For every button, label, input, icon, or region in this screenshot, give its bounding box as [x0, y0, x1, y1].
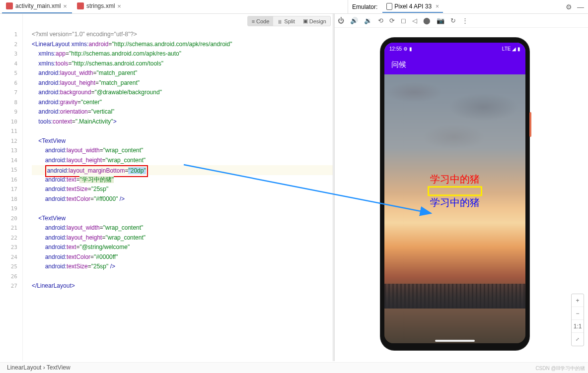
gutter: 1 2 3 4 5 6 7 8 9 10 11 12 13 14 15 16 1… — [0, 14, 23, 361]
more-icon[interactable]: ⋮ — [462, 17, 468, 24]
android-statusbar: 12:55 ⚙ ▮ LTE ◢ ▮ — [384, 43, 525, 55]
code-editor[interactable]: <?xml version="1.0" encoding="utf-8"?> <… — [23, 14, 333, 361]
emulator-pane: ⏻ 🔊 🔉 ⟲ ⟳ ◻ ◁ ⬤ 📷 ↻ ⋮ 12:55 ⚙ ▮ LTE ◢ ▮ — [335, 14, 588, 361]
textview-red: 学习中的猪 — [428, 173, 482, 186]
top-row: activity_main.xml × strings.xml × Emulat… — [0, 0, 588, 14]
watermark: CSDN @III学习中的猪 — [535, 365, 585, 372]
xml-file-icon — [6, 2, 13, 9]
viewmode-split[interactable]: ⫼ Split — [273, 16, 298, 26]
xml-file-icon — [77, 2, 84, 9]
device-screen[interactable]: 12:55 ⚙ ▮ LTE ◢ ▮ 问候 学习中的猪 学习中的猪 — [384, 43, 525, 343]
device-frame: 12:55 ⚙ ▮ LTE ◢ ▮ 问候 学习中的猪 学习中的猪 — [380, 38, 529, 350]
zoom-out-button[interactable]: − — [572, 307, 584, 320]
zoom-in-button[interactable]: + — [572, 294, 584, 307]
zoom-controls: + − 1:1 ⤢ — [571, 294, 584, 346]
window-controls: ⚙ — — [566, 3, 584, 11]
gear-icon[interactable]: ⚙ — [566, 3, 572, 11]
zoom-fit-button[interactable]: ⤢ — [572, 333, 584, 346]
power-icon[interactable]: ⏻ — [338, 17, 344, 24]
tab-strings[interactable]: strings.xml × — [73, 0, 126, 13]
home-icon[interactable]: ⬤ — [423, 17, 431, 24]
volume-up-icon[interactable]: 🔊 — [350, 17, 358, 24]
gesture-bar — [435, 340, 475, 342]
minimize-icon[interactable]: — — [577, 3, 584, 11]
viewmode-design[interactable]: ▣ Design — [299, 16, 330, 26]
close-icon[interactable]: × — [63, 2, 67, 10]
volume-down-icon[interactable]: 🔉 — [364, 17, 372, 24]
snapshot-icon[interactable]: ↻ — [450, 17, 456, 24]
emulator-device-name: Pixel 4 API 33 — [394, 3, 432, 10]
textview-blue: 学习中的猪 — [428, 196, 482, 209]
close-icon[interactable]: × — [434, 3, 439, 10]
view-mode-toggle: ≡ Code ⫼ Split ▣ Design — [247, 16, 331, 26]
rotate-left-icon[interactable]: ⟲ — [378, 17, 383, 24]
tab-activity-main[interactable]: activity_main.xml × — [2, 0, 72, 13]
back-icon[interactable]: ◁ — [412, 17, 417, 24]
tab-label: strings.xml — [86, 2, 115, 9]
editor-tabs: activity_main.xml × strings.xml × — [0, 0, 348, 13]
viewmode-code[interactable]: ≡ Code — [248, 16, 274, 26]
content-center: 学习中的猪 学习中的猪 — [428, 173, 482, 209]
emulator-toolbar: ⏻ 🔊 🔉 ⟲ ⟳ ◻ ◁ ⬤ 📷 ↻ ⋮ — [335, 14, 588, 28]
rotate-right-icon[interactable]: ⟳ — [389, 17, 395, 24]
camera-icon[interactable]: 📷 — [437, 17, 444, 24]
tab-label: activity_main.xml — [15, 2, 61, 9]
phone-icon — [386, 3, 392, 10]
power-button — [529, 112, 531, 137]
editor-pane: ▲ 2 ˆ ˇ ≡ Code ⫼ Split ▣ Design 1 2 3 4 … — [0, 14, 333, 361]
emulator-label: Emulator: — [352, 3, 377, 10]
zoom-actual-button[interactable]: 1:1 — [572, 320, 584, 333]
close-icon[interactable]: × — [117, 2, 121, 10]
screenshot-icon[interactable]: ◻ — [401, 17, 406, 24]
emulator-header: Emulator: Pixel 4 API 33 × ⚙ — — [348, 0, 588, 13]
main-area: ▲ 2 ˆ ˇ ≡ Code ⫼ Split ▣ Design 1 2 3 4 … — [0, 14, 588, 361]
breadcrumb[interactable]: LinearLayout › TextView — [0, 362, 588, 373]
margin-highlight — [428, 186, 482, 196]
emulator-device-tab[interactable]: Pixel 4 API 33 × — [382, 1, 443, 13]
